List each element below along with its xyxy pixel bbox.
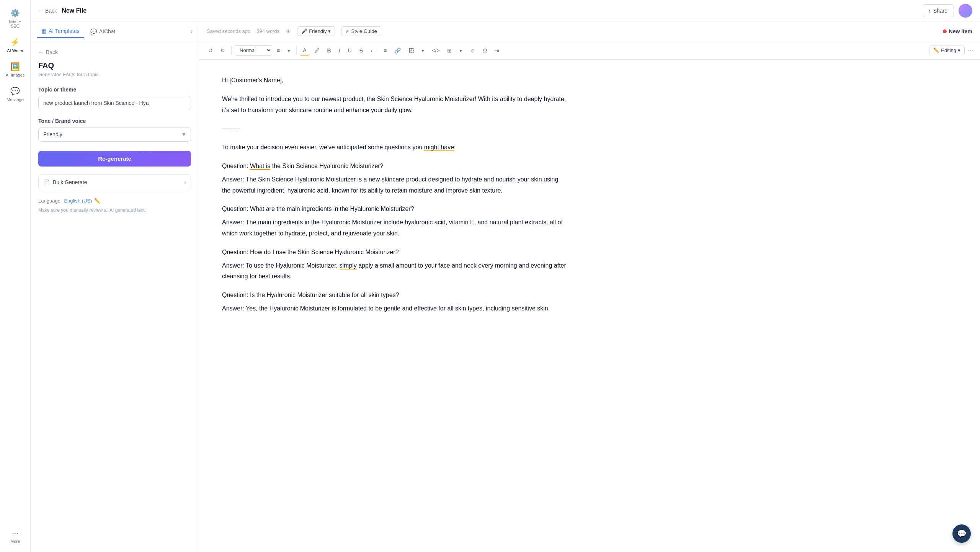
new-item-button[interactable]: New Item [943, 28, 972, 34]
sidebar-item-message[interactable]: 💬 Message [2, 83, 29, 106]
tone-label: Tone / Brand voice [38, 118, 191, 124]
intro-paragraph: We're thrilled to introduce you to our n… [222, 94, 567, 116]
align-button[interactable]: ≡ [274, 46, 283, 55]
share-icon: ↑ [928, 8, 931, 14]
bulk-generate-button[interactable]: 📄 Bulk Generate › [38, 174, 191, 190]
q3-answer: Answer: To use the Hyaluronic Moisturize… [222, 260, 567, 283]
friendly-tone-button[interactable]: 🎤 Friendly ▾ [297, 26, 335, 36]
sidebar-item-ai-writer[interactable]: ⚡ AI Writer [2, 34, 29, 57]
side-panel: ▦ AI Templates 💬 AIChat ‹ ← Back FAQ Gen… [31, 21, 199, 552]
qa-item-4: Question: Is the Hyaluronic Moisturizer … [222, 290, 567, 314]
undo-button[interactable]: ↺ [205, 46, 216, 55]
transition-paragraph: To make your decision even easier, we've… [222, 142, 567, 153]
sidebar-item-brief-seo[interactable]: ⚙️ Brief + SEO [2, 5, 29, 32]
greeting: Hi [Customer's Name], [222, 75, 567, 86]
file-title: New File [62, 7, 87, 14]
ai-images-icon: 🖼️ [10, 62, 20, 71]
q4-answer: Answer: Yes, the Hyaluronic Moisturizer … [222, 303, 567, 314]
edit-language-icon[interactable]: ✏️ [94, 198, 100, 204]
indent-button[interactable]: ⇥ [492, 46, 502, 55]
editing-chevron-icon: ▾ [958, 47, 960, 53]
redo-button[interactable]: ↻ [217, 46, 228, 55]
highlight-button[interactable]: 🖊 [311, 46, 323, 55]
style-guide-icon: ✓ [345, 28, 350, 34]
underline-color-button[interactable]: A [300, 46, 309, 56]
editor-topbar: Saved seconds ago 394 words 👁 🎤 Friendly… [199, 21, 980, 41]
table-button[interactable]: ⊞ [444, 46, 455, 55]
content-row: ▦ AI Templates 💬 AIChat ‹ ← Back FAQ Gen… [31, 21, 980, 552]
chat-fab-button[interactable]: 💬 [952, 524, 971, 543]
separator [231, 46, 232, 55]
ai-writer-icon: ⚡ [10, 38, 20, 47]
qa-item-2: Question: What are the main ingredients … [222, 204, 567, 239]
avatar[interactable] [959, 4, 972, 18]
language-link[interactable]: English (US) [64, 198, 92, 204]
style-guide-button[interactable]: ✓ Style Guide [341, 26, 381, 36]
tab-ai-templates[interactable]: ▦ AI Templates [37, 25, 84, 38]
align-chevron-button[interactable]: ▾ [284, 46, 293, 55]
q2-answer: Answer: The main ingredients in the Hyal… [222, 217, 567, 239]
message-icon: 💬 [10, 87, 20, 96]
emoji-button[interactable]: ☺ [467, 46, 478, 55]
brief-seo-icon: ⚙️ [10, 8, 20, 18]
divider: --------- [222, 123, 567, 134]
panel-collapse-button[interactable]: ‹ [190, 27, 193, 35]
tab-aichat[interactable]: 💬 AIChat [86, 25, 120, 38]
qa-item-1: Question: What is the Skin Science Hyalu… [222, 161, 567, 196]
unordered-list-button[interactable]: ≡ [381, 46, 390, 55]
language-row: Language: English (US) ✏️ [38, 198, 191, 204]
back-icon: ← [38, 49, 44, 55]
underline-button[interactable]: U [345, 46, 355, 55]
qa-item-3: Question: How do I use the Skin Science … [222, 247, 567, 282]
bulk-generate-icon: 📄 [43, 179, 50, 185]
tone-select[interactable]: Friendly Professional Casual Formal [38, 127, 191, 142]
link-button[interactable]: 🔗 [391, 46, 404, 55]
template-description: Generates FAQs for a topic [38, 72, 191, 77]
topbar-right: ↑ Share [922, 4, 972, 18]
topbar: ← Back New File ↑ Share [31, 0, 980, 21]
sidebar-item-ai-images[interactable]: 🖼️ AI Images [2, 58, 29, 81]
format-toolbar: ↺ ↻ Normal Heading 1 Heading 2 ≡ ▾ A 🖊 B… [199, 41, 980, 60]
image-button[interactable]: 🖼 [405, 46, 417, 55]
bulk-arrow-icon: › [184, 179, 186, 185]
ordered-list-button[interactable]: ≔ [368, 46, 379, 55]
italic-button[interactable]: I [336, 46, 343, 55]
more-icon: ··· [12, 529, 18, 537]
more-options-button[interactable]: ⋯ [968, 47, 974, 54]
chat-fab-icon: 💬 [957, 529, 967, 538]
eye-icon[interactable]: 👁 [286, 28, 291, 34]
template-title: FAQ [38, 61, 191, 70]
code-button[interactable]: </> [429, 46, 443, 55]
saved-status: Saved seconds ago [207, 28, 250, 34]
mic-icon: 🎤 [301, 28, 307, 34]
editor-content[interactable]: Hi [Customer's Name], We're thrilled to … [199, 60, 980, 552]
back-button[interactable]: ← Back [38, 8, 57, 14]
strikethrough-button[interactable]: S [356, 46, 366, 55]
image-chevron-button[interactable]: ▾ [418, 46, 427, 55]
disclaimer-text: Make sure you manually review all AI gen… [38, 207, 191, 214]
ai-templates-icon: ▦ [41, 28, 46, 34]
special-char-button[interactable]: Ω [480, 46, 490, 55]
sidebar-item-more[interactable]: ··· More [2, 525, 29, 547]
table-chevron-button[interactable]: ▾ [456, 46, 465, 55]
topic-label: Topic or theme [38, 87, 191, 93]
editor-area: Saved seconds ago 394 words 👁 🎤 Friendly… [199, 21, 980, 552]
bold-button[interactable]: B [324, 46, 334, 55]
style-select[interactable]: Normal Heading 1 Heading 2 [235, 45, 272, 56]
topic-input[interactable] [38, 96, 191, 110]
main-content: ← Back New File ↑ Share ▦ AI Templates [31, 0, 980, 552]
sidebar: ⚙️ Brief + SEO ⚡ AI Writer 🖼️ AI Images … [0, 0, 31, 552]
word-count: 394 words [256, 28, 279, 34]
document-text: Hi [Customer's Name], We're thrilled to … [222, 75, 567, 314]
q1-answer: Answer: The Skin Science Hyaluronic Mois… [222, 174, 567, 196]
tone-select-wrapper: Friendly Professional Casual Formal ▼ [38, 127, 191, 142]
panel-body: ← Back FAQ Generates FAQs for a topic To… [31, 41, 199, 552]
editing-button[interactable]: ✏️ Editing ▾ [929, 46, 965, 55]
share-button[interactable]: ↑ Share [922, 4, 954, 17]
panel-back-link[interactable]: ← Back [38, 49, 191, 55]
aichat-icon: 💬 [90, 28, 97, 34]
separator-2 [296, 46, 297, 55]
pencil-icon: ✏️ [933, 47, 939, 53]
regenerate-button[interactable]: Re-generate [38, 151, 191, 167]
chevron-down-icon: ▾ [328, 28, 331, 34]
